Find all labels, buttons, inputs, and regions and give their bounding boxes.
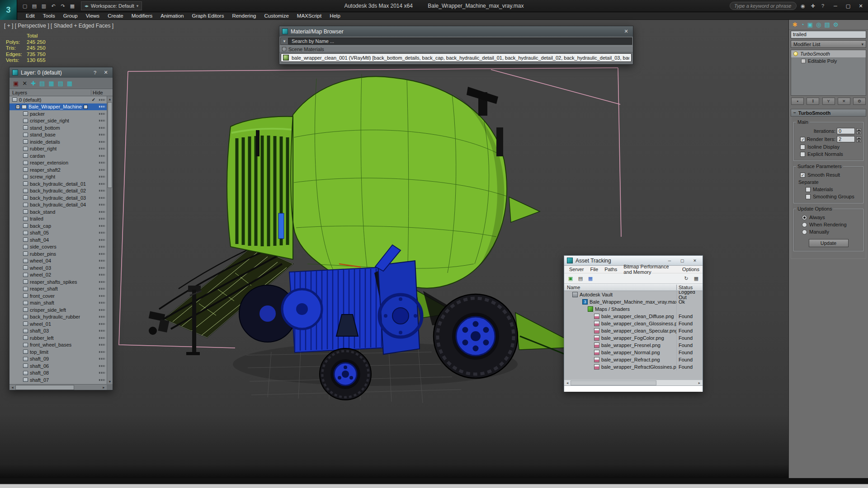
hide-toggle[interactable] [99,211,105,213]
hide-toggle[interactable] [99,148,105,150]
layer-row[interactable]: back_hydraulic_detail_01 [9,180,107,188]
communities-icon[interactable]: ◉ [799,3,807,9]
quick-access-toolbar-icon[interactable]: ↶ [49,2,57,10]
layer-row[interactable]: shaft_03 [9,328,107,335]
layer-toolbar-button[interactable]: ▤ [39,80,45,87]
command-panel-tab-icon[interactable]: ◔ [801,21,804,28]
command-panel-tab-icon[interactable]: ⚙ [833,21,839,28]
asset-row[interactable]: bale_wrapper_RefractGlossines.png Found [564,363,703,371]
layer-row[interactable]: rubber_right [9,145,107,153]
hide-toggle[interactable] [99,197,105,199]
hide-toggle[interactable] [99,253,105,255]
exchange-icon[interactable]: ✚ [809,3,816,9]
table-view-icon[interactable]: ▦ [587,275,594,282]
modifier-stack-item-turbosmooth[interactable]: TurboSmooth [791,50,866,57]
filter-icon[interactable]: ▼ [280,38,288,45]
command-panel-tab-icon[interactable]: ✱ [793,21,797,28]
layer-toolbar-button[interactable]: ▦ [67,80,72,87]
asset-row[interactable]: bale_wrapper_clean_Diffuse.png Found [564,313,703,320]
hide-toggle[interactable] [99,267,105,269]
scroll-thumb[interactable] [108,102,112,188]
hide-toggle[interactable] [99,372,105,374]
hide-toggle[interactable] [99,309,105,311]
material-search-input[interactable]: Search by Name ... [288,38,632,45]
hide-toggle[interactable] [99,358,105,360]
materials-checkbox[interactable] [806,187,811,192]
asset-row[interactable]: bale_wrapper_Normal.png Found [564,349,703,356]
layer-row[interactable]: 0 (default) ✓ [9,96,107,103]
command-panel-tab-icon[interactable]: ▣ [807,21,813,28]
asset-row[interactable]: Maps / Shaders [564,305,703,313]
hide-toggle[interactable] [99,274,105,276]
hide-toggle[interactable] [99,225,105,227]
layer-row[interactable]: shaft_04 [9,236,107,244]
layer-toolbar-button[interactable]: ✚ [31,80,36,87]
asset-row[interactable]: bale_wrapper_Refract.png Found [564,356,703,363]
hide-toggle[interactable] [99,330,105,332]
layer-list-hscrollbar[interactable]: ◄ ► [9,384,107,390]
hide-toggle[interactable] [99,113,105,115]
stack-tool-button[interactable]: ✕ [838,98,850,105]
hide-column-header[interactable]: Hide [91,90,106,95]
hide-toggle[interactable] [99,106,105,108]
viewport-3d-scene[interactable] [0,20,788,478]
asset-row[interactable]: bale_wrapper_FogColor.png Found [564,334,703,342]
layer-row[interactable]: front_wheel_bases [9,342,107,349]
maximize-button[interactable]: ▢ [677,257,687,264]
minimize-button[interactable]: ─ [665,257,675,264]
layer-row[interactable]: reaper_shaft2 [9,166,107,174]
layer-list-vscrollbar[interactable]: ▲ ▼ [107,96,113,384]
material-browser-titlebar[interactable]: Material/Map Browser ✕ [279,26,633,37]
menu-item[interactable]: Create [104,12,127,20]
smoothing-groups-checkbox[interactable] [806,194,811,199]
hide-toggle[interactable] [99,120,105,122]
scroll-right-icon[interactable]: ► [696,380,703,385]
hide-toggle[interactable] [99,183,105,185]
asset-row[interactable]: Bale_Wrapper_Machine_max_vray.max Ok [564,298,703,305]
layer-row[interactable]: wheel_04 [9,258,107,265]
layer-row[interactable]: shaft_06 [9,362,107,370]
perspective-viewport[interactable]: [ + ] [ Perspective ] [ Shaded + Edged F… [0,20,788,478]
menu-item[interactable]: Bitmap Performance and Memory [620,264,679,275]
layer-row[interactable]: stand_base [9,131,107,139]
layer-row[interactable]: wheel_02 [9,272,107,279]
menu-item[interactable]: Views [82,12,104,20]
isoline-display-checkbox[interactable] [800,145,805,150]
scroll-left-icon[interactable]: ◄ [9,385,15,390]
layer-row[interactable]: trailed [9,216,107,223]
rear-wheel[interactable] [434,294,518,378]
expander-icon[interactable] [16,105,20,109]
menu-item[interactable]: MAXScript [293,12,326,20]
layer-row[interactable]: top_limit [9,348,107,356]
workspace-selector[interactable]: ◂▸ Workspace: Default ▾ [81,1,142,10]
menu-item[interactable]: Group [59,12,82,20]
layer-row[interactable]: side_covers [9,244,107,251]
hide-toggle[interactable] [99,134,105,136]
material-entry[interactable]: bale_wrapper_clean_001 (VRayMtl) [back_b… [281,53,632,62]
object-name-field[interactable]: trailed [791,31,866,38]
asset-row[interactable]: bale_wrapper_Fresnel.png Found [564,342,703,349]
render-iters-spinner[interactable]: 2 [837,136,855,142]
hide-toggle[interactable] [99,162,105,164]
menu-item[interactable]: Animation [156,12,188,20]
close-button[interactable]: ✕ [854,1,867,10]
hide-toggle[interactable] [99,316,105,318]
hide-toggle[interactable] [99,155,105,157]
when-rendering-radio[interactable] [802,222,807,227]
menu-item[interactable]: Customize [260,12,292,20]
smooth-result-checkbox[interactable]: ✓ [800,173,805,178]
layer-row[interactable]: stand_bottom [9,124,107,131]
rollout-turbosmooth-header[interactable]: − TurboSmooth [791,109,866,117]
stack-tool-button[interactable]: ⚙ [853,98,866,105]
menu-item[interactable]: Server [566,267,587,272]
hide-toggle[interactable] [99,323,105,325]
modifier-stack-item-editable-poly[interactable]: Editable Poly [791,57,866,65]
layer-row[interactable]: back_hydraulic_detail_02 [9,188,107,195]
hide-toggle[interactable] [99,288,105,290]
layer-row[interactable]: back_stand [9,208,107,216]
scroll-thumb[interactable] [15,385,74,390]
scene-materials-section[interactable]: − Scene Materials [279,46,633,52]
layer-row[interactable]: shaft_09 [9,356,107,363]
collapse-icon[interactable]: − [282,47,286,51]
layer-row[interactable]: reaper_extension [9,160,107,167]
